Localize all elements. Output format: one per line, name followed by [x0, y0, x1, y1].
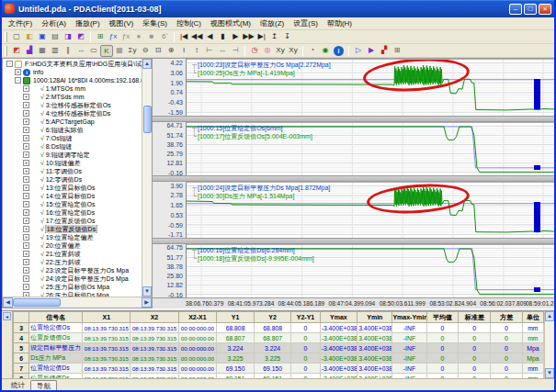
- grid-view-icon[interactable]: ▦: [36, 45, 49, 57]
- tree-vertical-scrollbar[interactable]: ▲ ▼: [142, 59, 152, 297]
- column-header-8[interactable]: Ymax: [320, 312, 357, 323]
- tree-horizontal-scrollbar[interactable]: ◀ ▶: [3, 297, 152, 308]
- column-header-7[interactable]: Y2-Y1: [291, 312, 320, 323]
- data-cursor-bar[interactable]: [534, 165, 541, 170]
- menu-item-6[interactable]: 视图模式(M): [206, 17, 255, 29]
- pointer-purple-icon[interactable]: ▶: [365, 45, 378, 57]
- expander-icon[interactable]: +: [23, 185, 29, 191]
- sigma-y-icon[interactable]: Σy: [126, 45, 139, 57]
- snapshot-icon[interactable]: ◎: [261, 45, 274, 57]
- chart-2-plot[interactable]: ┬[1000:15]位置给定值Os[6mm]└[1000:17]位置反馈值Os[…: [186, 122, 554, 175]
- menu-item-1[interactable]: 分析(A): [37, 17, 71, 29]
- page-down-icon[interactable]: ↧: [281, 31, 294, 43]
- save-icon[interactable]: ▣: [36, 31, 49, 43]
- goto-end-icon[interactable]: ▶|: [255, 31, 268, 43]
- expander-icon[interactable]: +: [23, 226, 29, 232]
- zoom-out-icon[interactable]: ⊖: [139, 45, 152, 57]
- menu-item-0[interactable]: 文件(F): [4, 17, 37, 29]
- chart-3-plot[interactable]: ┬[1000:24]设定目标平整压力Ds Mpa[1.872Mpa]└[1000…: [186, 182, 554, 238]
- expander-icon[interactable]: +: [23, 102, 29, 108]
- expander-icon[interactable]: +: [23, 218, 29, 224]
- tree-item-channel-18[interactable]: +√18:位置反馈值Ds: [3, 225, 142, 233]
- window-icon[interactable]: ▭: [87, 45, 100, 57]
- expander-icon[interactable]: +: [23, 176, 29, 183]
- column-header-0[interactable]: [14, 312, 29, 323]
- column-header-10[interactable]: Ymax-Ymin: [392, 312, 426, 323]
- tree-item-channel-5[interactable]: +√5:APCTargetGap: [3, 118, 142, 126]
- tree-item-info[interactable]: +iinfo: [3, 68, 142, 76]
- marker-icon[interactable]: K: [100, 45, 113, 57]
- tree-item-channel-13[interactable]: +√13:位置目标值Os: [3, 184, 142, 192]
- expander-icon[interactable]: +: [23, 110, 29, 117]
- fast-rewind-icon[interactable]: ◀◀: [190, 31, 203, 43]
- table-vertical-scrollbar[interactable]: ▲ ▼: [544, 311, 554, 378]
- scroll-up-icon[interactable]: ▲: [142, 59, 152, 69]
- tree-item-channel-2[interactable]: +√2:MTSds mm: [3, 93, 142, 101]
- chart-1-plot[interactable]: ┬[1000:23]设定目标平整压力Os Mpa[2.272Mpa]└[1000…: [186, 59, 554, 116]
- stop-icon[interactable]: ■: [145, 31, 158, 43]
- expander-icon[interactable]: +: [23, 259, 29, 265]
- column-header-13[interactable]: 方差: [491, 312, 523, 323]
- tree-item-channel-3[interactable]: +√3:位移传感器标定值Os: [3, 101, 142, 109]
- speed-icon[interactable]: 6ʹ: [158, 31, 171, 43]
- play-icon[interactable]: ▶: [229, 31, 242, 43]
- expander-icon[interactable]: +: [23, 85, 29, 92]
- data-cursor-bar[interactable]: [534, 287, 541, 292]
- table-row[interactable]: 6Ds压力 MPa08:13:39.730.31508:13:39.730.31…: [14, 353, 544, 364]
- tree-item-channel-9[interactable]: +√9:辊缝调零给定: [3, 151, 142, 159]
- expander-icon[interactable]: +: [23, 151, 29, 158]
- tree-item-channel-1[interactable]: +√1:MTSOs mm: [3, 84, 142, 93]
- expander-icon[interactable]: +: [23, 284, 29, 290]
- table-view-icon[interactable]: ▥: [49, 45, 62, 57]
- expander-icon[interactable]: +: [23, 267, 29, 274]
- expand-h-icon[interactable]: ↔: [74, 45, 87, 57]
- column-header-2[interactable]: X1: [83, 312, 130, 323]
- tab-navigation[interactable]: 导航: [30, 380, 57, 390]
- open-file-icon[interactable]: ◧: [23, 31, 36, 43]
- scroll-right-icon[interactable]: ▶: [142, 297, 152, 308]
- scroll-up-icon[interactable]: ▲: [545, 311, 554, 321]
- chart-separator[interactable]: [153, 116, 554, 122]
- menu-item-2[interactable]: 播放(P): [71, 17, 105, 29]
- column-header-1[interactable]: 信号名: [29, 312, 83, 323]
- chart-4-plot[interactable]: ┬[1000:16]位置给定值Ds[6.284mm]└[1000:18]位置反馈…: [186, 244, 554, 297]
- expander-icon[interactable]: +: [23, 275, 29, 282]
- tree-item-channel-10[interactable]: +√10:辊缝偏差: [3, 159, 142, 167]
- print-icon[interactable]: ▤: [49, 31, 62, 43]
- minimize-button[interactable]: –: [509, 4, 522, 15]
- tree-item-channel-22[interactable]: +√22:压力斜坡: [3, 258, 142, 266]
- expander-icon[interactable]: +: [23, 143, 29, 150]
- menu-item-8[interactable]: 设置(S): [289, 17, 323, 29]
- scroll-left-icon[interactable]: ◀: [3, 297, 13, 308]
- chart-separator[interactable]: [153, 238, 554, 244]
- expander-icon[interactable]: +: [23, 168, 29, 174]
- table-row[interactable]: 5设定目标平整压力08:13:39.730.31508:13:39.730.31…: [14, 343, 544, 353]
- column-header-5[interactable]: Y1: [217, 312, 255, 323]
- cursor-updown-icon[interactable]: ↕: [190, 45, 203, 57]
- tree-item-channel-6[interactable]: +√6:辊缝实际值: [3, 126, 142, 134]
- tree-item-channel-4[interactable]: +√4:位移传感器标定值Ds: [3, 109, 142, 118]
- data-cursor-bar[interactable]: [534, 202, 541, 233]
- menu-item-9[interactable]: 帮助(H): [323, 17, 357, 29]
- chart-separator[interactable]: [153, 175, 554, 182]
- tree-item-channel-24[interactable]: +√24:设定目标平整压力Ds Mpa: [3, 274, 142, 283]
- table-row[interactable]: 7位置给定值Ds08:13:39.730.31508:13:39.730.315…: [14, 364, 544, 374]
- pan-right-icon[interactable]: ⊣: [229, 45, 242, 57]
- goto-start-icon[interactable]: |◀: [177, 31, 190, 43]
- column-header-11[interactable]: 平均值: [426, 312, 459, 323]
- tree-item-channel-25[interactable]: +√25:压力目标值Os Mpa: [3, 283, 142, 291]
- tree-item-channel-15[interactable]: +√15:位置给定值Os: [3, 200, 142, 208]
- tree-item-channel-7[interactable]: +√7:Os辊缝: [3, 134, 142, 142]
- new-file-icon[interactable]: ▢: [10, 31, 23, 43]
- expander-icon[interactable]: +: [23, 251, 29, 257]
- expander-icon[interactable]: +: [23, 234, 29, 241]
- zoom-in-icon[interactable]: ⊕: [165, 45, 177, 57]
- page-up-icon[interactable]: ↥: [268, 31, 281, 43]
- step-back-icon[interactable]: ◀: [203, 31, 216, 43]
- scroll-down-icon[interactable]: ▼: [545, 368, 554, 378]
- menu-item-3[interactable]: 视图(V): [105, 17, 139, 29]
- menu-item-4[interactable]: 采集(S): [138, 17, 172, 29]
- tree-item-channel-19[interactable]: +√19:位置给定偏差: [3, 233, 142, 241]
- function2-icon[interactable]: ƒx: [119, 31, 132, 43]
- expander-icon[interactable]: +: [23, 127, 29, 133]
